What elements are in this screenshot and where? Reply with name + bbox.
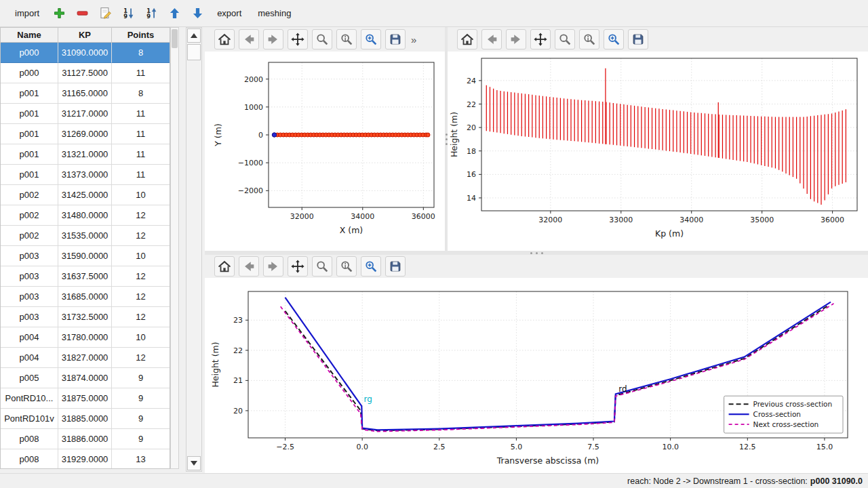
row-name: p001 [1,144,58,165]
home-icon [217,32,232,47]
longitudinal-profile-plot[interactable]: 3200033000340003500036000141618202224Kp … [448,52,868,248]
table-row[interactable]: p008 31929.0000 13 [1,449,170,469]
row-kp: 31090.0000 [58,43,112,63]
pan-icon [290,32,305,47]
toolbar-overflow-chevron[interactable]: » [411,34,416,45]
move-down-button[interactable] [187,3,208,24]
svg-text:18: 18 [467,147,476,156]
table-row[interactable]: p003 31637.5000 12 [1,266,170,287]
row-name: p003 [1,287,58,307]
row-name: p004 [1,327,58,348]
cross-section-plot[interactable]: rgrd−2.50.02.55.07.510.012.515.020212223… [205,278,868,473]
move-up-button[interactable] [164,3,184,24]
add-section-button[interactable] [49,3,69,24]
table-row[interactable]: p004 31827.0000 12 [1,348,170,368]
save-button[interactable] [628,29,648,49]
save-button[interactable] [385,256,406,277]
pan-button[interactable] [288,256,308,277]
table-vertical-scrollbar[interactable] [170,27,179,469]
svg-text:33000: 33000 [609,216,633,224]
table-row[interactable]: p000 31090.0000 8 [1,43,170,63]
table-row[interactable]: p003 31685.0000 12 [1,287,170,307]
cross-section-toolbar [205,255,868,278]
column-header-kp[interactable]: KP [58,28,112,42]
table-row[interactable]: p001 31269.0000 11 [1,124,170,144]
configure-subplots-button[interactable] [579,29,599,49]
svg-text:21: 21 [233,376,243,385]
forward-button[interactable] [263,29,283,49]
table-row[interactable]: p002 31425.0000 10 [1,185,170,205]
table-row[interactable]: p004 31780.0000 10 [1,327,170,348]
column-header-points[interactable]: Points [112,28,170,42]
configure-subplots-icon [582,32,597,47]
pan-button[interactable] [530,29,551,49]
sort-descending-button[interactable]: 1 9 [118,3,138,24]
sort-ascending-icon: 1 9 [144,6,159,20]
svg-text:35000: 35000 [750,216,774,224]
table-row[interactable]: p003 31590.0000 10 [1,246,170,266]
sort-ascending-button[interactable]: 1 9 [141,3,161,24]
row-name: PontRD101v [1,409,58,429]
row-kp: 31929.0000 [58,449,112,469]
svg-text:rg: rg [363,394,372,404]
row-points: 12 [112,266,170,287]
configure-subplots-icon [339,259,354,274]
table-row[interactable]: p003 31732.5000 12 [1,307,170,327]
home-button[interactable] [214,29,235,49]
row-points: 10 [112,246,170,266]
edit-parameters-button[interactable] [361,29,381,49]
plan-view-plot[interactable]: 320003400036000−2000−1000010002000X (m)Y… [205,52,445,248]
row-kp: 31685.0000 [58,287,112,307]
row-points: 12 [112,205,170,226]
configure-subplots-button[interactable] [336,256,357,277]
table-row[interactable]: PontRD10... 31875.0000 9 [1,388,170,409]
table-row[interactable]: p008 31886.0000 9 [1,429,170,449]
status-current-section: p000 31090.0 [810,476,863,486]
svg-text:20: 20 [467,123,476,132]
zoom-button[interactable] [312,256,332,277]
back-button[interactable] [239,256,259,277]
table-row[interactable]: p001 31373.0000 11 [1,165,170,185]
table-row[interactable]: p002 31535.0000 12 [1,226,170,246]
pan-button[interactable] [288,29,308,49]
meshing-button[interactable]: meshing [251,5,298,22]
table-row[interactable]: PontRD101v 31885.0000 9 [1,409,170,429]
forward-button[interactable] [506,29,526,49]
zoom-button[interactable] [312,29,332,49]
table-row[interactable]: p001 31321.0000 11 [1,144,170,165]
svg-text:1000: 1000 [244,103,263,112]
cross-section-panel: rgrd−2.50.02.55.07.510.012.515.020212223… [205,255,868,473]
export-button[interactable]: export [210,5,248,22]
table-row[interactable]: p001 31165.0000 8 [1,83,170,104]
home-button[interactable] [457,29,477,49]
table-row[interactable]: p001 31217.0000 11 [1,104,170,124]
row-kp: 31827.0000 [58,348,112,368]
row-kp: 31535.0000 [58,226,112,246]
table-row[interactable]: p000 31127.5000 11 [1,63,170,83]
zoom-button[interactable] [555,29,575,49]
pan-icon [290,259,305,274]
edit-parameters-button[interactable] [361,256,381,277]
panel-scrollbar-thumb[interactable] [187,44,201,60]
svg-text:−1000: −1000 [238,159,263,167]
home-button[interactable] [214,256,235,277]
back-button[interactable] [481,29,502,49]
save-icon [631,32,646,47]
remove-section-button[interactable] [72,3,92,24]
edit-parameters-button[interactable] [604,29,624,49]
panel-vertical-scrollbar[interactable] [186,27,202,472]
remove-icon [75,6,90,20]
forward-button[interactable] [263,256,283,277]
configure-subplots-button[interactable] [336,29,357,49]
save-button[interactable] [385,29,406,49]
scroll-up-button[interactable] [187,28,201,43]
back-button[interactable] [239,29,259,49]
row-points: 11 [112,165,170,185]
import-button[interactable]: import [8,5,46,22]
table-row[interactable]: p002 31480.0000 12 [1,205,170,226]
edit-section-button[interactable] [95,3,115,24]
table-scrollbar-thumb[interactable] [172,29,178,48]
scroll-down-button[interactable] [187,456,201,470]
column-header-name[interactable]: Name [1,28,58,42]
table-row[interactable]: p005 31874.0000 9 [1,368,170,388]
